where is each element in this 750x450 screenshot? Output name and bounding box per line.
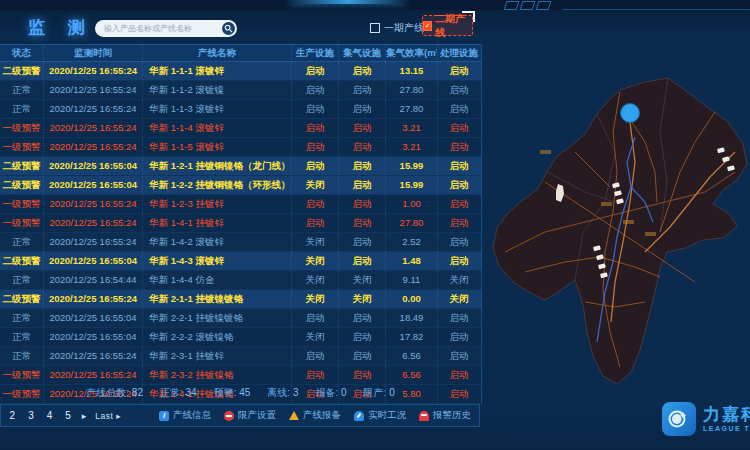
- cell-time: 2020/12/25 16:55:24: [44, 195, 143, 213]
- pagination: 12345▸Last ▸: [0, 410, 121, 421]
- legend-item-alarm[interactable]: 报警历史: [419, 409, 471, 422]
- cell-eff: 15.99: [386, 157, 438, 175]
- summary-item: 离线: 3: [267, 386, 298, 400]
- cell-treat: 关闭: [438, 271, 480, 289]
- table-row[interactable]: 正常2020/12/25 16:55:04华新 2-2-1 挂镀镍镀铬启动启动1…: [0, 309, 481, 328]
- search-input[interactable]: [95, 24, 222, 33]
- cell-eff: 1.48: [386, 252, 438, 270]
- legend-item-info-square[interactable]: i产线信息: [159, 409, 211, 422]
- cell-eff: 6.56: [386, 347, 438, 365]
- table-row[interactable]: 二级预警2020/12/25 16:55:04华新 1-2-2 挂镀铜镍铬（环形…: [0, 176, 481, 195]
- logo-name: 力嘉科技: [703, 406, 750, 424]
- table-row[interactable]: 一级预警2020/12/25 16:55:24华新 1-2-3 挂镀锌启动启动1…: [0, 195, 481, 214]
- bottom-bar: 12345▸Last ▸ i产线信息限产设置产线报备实时工况报警历史: [0, 404, 480, 427]
- cell-status: 一级预警: [0, 195, 44, 213]
- cell-prod: 启动: [292, 81, 339, 99]
- summary-counts: 产线总数: 82正常: 34预警: 45离线: 3报备: 0限产: 0: [0, 386, 481, 400]
- table-row[interactable]: 一级预警2020/12/25 16:55:24华新 1-1-5 滚镀锌启动启动3…: [0, 138, 481, 157]
- cell-status: 正常: [0, 328, 44, 346]
- cell-status: 正常: [0, 81, 44, 99]
- table-row[interactable]: 一级预警2020/12/25 16:55:24华新 1-1-4 滚镀锌启动启动3…: [0, 119, 481, 138]
- cell-treat: 启动: [438, 328, 480, 346]
- table-body: 二级预警2020/12/25 16:55:24华新 1-1-1 滚镀锌启动启动1…: [0, 62, 481, 404]
- cell-treat: 启动: [438, 157, 480, 175]
- cell-eff: 15.99: [386, 176, 438, 194]
- region-map[interactable]: [485, 52, 750, 395]
- legend-label: 产线报备: [303, 409, 341, 422]
- cell-gas: 启动: [339, 252, 386, 270]
- last-page-button[interactable]: Last ▸: [95, 411, 121, 421]
- cell-time: 2020/12/25 16:55:24: [44, 233, 143, 251]
- gauge-icon: [354, 411, 364, 421]
- search-box[interactable]: [95, 20, 237, 37]
- legend-item-gauge[interactable]: 实时工况: [354, 409, 406, 422]
- map-city-marker[interactable]: [621, 104, 640, 123]
- phase1-checkbox[interactable]: 一期产线: [370, 21, 424, 35]
- cell-time: 2020/12/25 16:55:24: [44, 347, 143, 365]
- search-icon[interactable]: [222, 22, 235, 35]
- cell-time: 2020/12/25 16:55:24: [44, 290, 143, 308]
- cell-gas: 关闭: [339, 271, 386, 289]
- cell-treat: 启动: [438, 366, 480, 384]
- page-button[interactable]: 3: [26, 410, 36, 421]
- cell-prod: 启动: [292, 195, 339, 213]
- cell-prod: 启动: [292, 62, 339, 80]
- table-row[interactable]: 一级预警2020/12/25 16:55:24华新 1-4-1 挂镀锌启动启动2…: [0, 214, 481, 233]
- cell-time: 2020/12/25 16:55:24: [44, 100, 143, 118]
- next-page-icon[interactable]: ▸: [82, 411, 87, 421]
- cell-line: 华新 1-4-3 滚镀锌: [143, 252, 292, 270]
- cell-time: 2020/12/25 16:55:24: [44, 81, 143, 99]
- cell-treat: 关闭: [438, 290, 480, 308]
- cell-time: 2020/12/25 16:55:24: [44, 366, 143, 384]
- cell-line: 华新 1-1-2 滚镀镍: [143, 81, 292, 99]
- table-row[interactable]: 正常2020/12/25 16:55:24华新 1-4-2 滚镀锌关闭启动2.5…: [0, 233, 481, 252]
- cell-line: 华新 1-4-4 仿金: [143, 271, 292, 289]
- legend-item-no-entry[interactable]: 限产设置: [224, 409, 276, 422]
- cell-line: 华新 2-2-2 滚镀镍铬: [143, 328, 292, 346]
- cell-eff: 27.80: [386, 100, 438, 118]
- table-row[interactable]: 正常2020/12/25 16:55:24华新 1-1-2 滚镀镍启动启动27.…: [0, 81, 481, 100]
- table-row[interactable]: 二级预警2020/12/25 16:55:04华新 1-4-3 滚镀锌关闭启动1…: [0, 252, 481, 271]
- cell-time: 2020/12/25 16:55:04: [44, 157, 143, 175]
- table-row[interactable]: 二级预警2020/12/25 16:55:04华新 1-2-1 挂镀铜镍铬（龙门…: [0, 157, 481, 176]
- cell-prod: 关闭: [292, 271, 339, 289]
- table-header-row: 状态 监测时间 产线名称 生产设施 集气设施 集气效率(m³/s) 处理设施: [0, 44, 481, 62]
- cell-prod: 启动: [292, 119, 339, 137]
- table-row[interactable]: 二级预警2020/12/25 16:55:24华新 1-1-1 滚镀锌启动启动1…: [0, 62, 481, 81]
- cell-eff: 17.82: [386, 328, 438, 346]
- cell-line: 华新 1-2-1 挂镀铜镍铬（龙门线）: [143, 157, 292, 175]
- page-title: 监 测: [28, 16, 94, 39]
- cell-treat: 启动: [438, 138, 480, 156]
- cell-treat: 启动: [438, 309, 480, 327]
- table-row[interactable]: 一级预警2020/12/25 16:55:24华新 2-3-2 挂镀镍铬启动启动…: [0, 366, 481, 385]
- cell-line: 华新 1-1-5 滚镀锌: [143, 138, 292, 156]
- col-header-prod: 生产设施: [292, 44, 339, 62]
- monitoring-dashboard: 监 测 一期产线 ✓ 二期产线 状态 监测时间 产线名称 生产设施 集气设施 集…: [0, 0, 750, 450]
- cell-prod: 启动: [292, 138, 339, 156]
- cell-eff: 1.00: [386, 195, 438, 213]
- cell-line: 华新 1-1-3 滚镀锌: [143, 100, 292, 118]
- table-row[interactable]: 正常2020/12/25 16:55:24华新 1-1-3 滚镀锌启动启动27.…: [0, 100, 481, 119]
- cell-prod: 启动: [292, 309, 339, 327]
- table-row[interactable]: 正常2020/12/25 16:55:04华新 2-2-2 滚镀镍铬关闭启动17…: [0, 328, 481, 347]
- cell-line: 华新 2-2-1 挂镀镍镀铬: [143, 309, 292, 327]
- table-row[interactable]: 二级预警2020/12/25 16:55:24华新 2-1-1 挂镀镍镀铬关闭关…: [0, 290, 481, 309]
- legend-item-warning-triangle[interactable]: 产线报备: [289, 409, 341, 422]
- cell-gas: 启动: [339, 328, 386, 346]
- cell-eff: 3.21: [386, 119, 438, 137]
- table-row[interactable]: 正常2020/12/25 16:55:24华新 2-3-1 挂镀锌启动启动6.5…: [0, 347, 481, 366]
- cell-treat: 启动: [438, 195, 480, 213]
- page-button[interactable]: 5: [63, 410, 73, 421]
- cell-line: 华新 2-1-1 挂镀镍镀铬: [143, 290, 292, 308]
- table-row[interactable]: 正常2020/12/25 16:54:44华新 1-4-4 仿金关闭关闭9.11…: [0, 271, 481, 290]
- page-button[interactable]: 4: [45, 410, 55, 421]
- cell-eff: 13.15: [386, 62, 438, 80]
- cell-eff: 0.00: [386, 290, 438, 308]
- cell-time: 2020/12/25 16:55:04: [44, 309, 143, 327]
- cell-gas: 启动: [339, 366, 386, 384]
- cell-gas: 启动: [339, 176, 386, 194]
- cell-gas: 启动: [339, 157, 386, 175]
- legend-label: 报警历史: [433, 409, 471, 422]
- cell-status: 正常: [0, 347, 44, 365]
- page-button[interactable]: 2: [8, 410, 18, 421]
